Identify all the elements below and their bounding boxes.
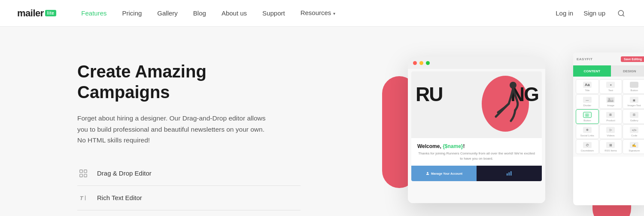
nav-link-about[interactable]: About us bbox=[214, 0, 255, 27]
editor-block-product[interactable]: ⊞ Product bbox=[599, 109, 623, 124]
image-text-block-label: Image+Text bbox=[628, 104, 641, 107]
email-browser-body: RU NG Welcome, {$name}! bbox=[408, 69, 545, 203]
button-block-icon bbox=[630, 82, 638, 88]
nav-link-pricing[interactable]: Pricing bbox=[114, 0, 149, 27]
brand-name: mailer bbox=[17, 8, 44, 19]
social-block-icon: ⊕ bbox=[583, 127, 592, 133]
countdown-block-icon: ⏱ bbox=[583, 142, 592, 148]
browser-mockup: RU NG Welcome, {$name}! bbox=[408, 57, 545, 203]
editor-block-rss[interactable]: ⊞ RSS Items bbox=[599, 139, 623, 154]
svg-rect-2 bbox=[80, 170, 82, 172]
svg-line-1 bbox=[623, 15, 624, 16]
email-footer-stats bbox=[477, 166, 542, 181]
signature-block-icon: ✍ bbox=[630, 142, 638, 148]
rss-block-label: RSS Items bbox=[605, 149, 617, 152]
editor-block-code[interactable]: </> Code bbox=[623, 124, 644, 139]
nav-link-resources[interactable]: Resources ▾ bbox=[293, 0, 343, 27]
rss-block-icon: ⊞ bbox=[606, 142, 615, 148]
text-block-label: Text bbox=[608, 89, 613, 92]
email-body-text: Thanks for joining Runners Community fro… bbox=[417, 151, 536, 161]
editor-block-social[interactable]: ⊕ Social Links bbox=[576, 124, 599, 139]
divider-block-label: Divider bbox=[583, 104, 591, 107]
email-name-placeholder: {$name} bbox=[443, 143, 463, 149]
editor-brand-label: EASYFIT bbox=[577, 57, 592, 61]
social-block-label: Social Links bbox=[580, 134, 594, 137]
nav-item-blog[interactable]: Blog bbox=[185, 0, 214, 27]
stats-icon bbox=[507, 171, 512, 176]
banner-text-ru: RU bbox=[416, 84, 442, 104]
account-icon bbox=[425, 171, 430, 176]
editor-save-button[interactable]: Save Editing bbox=[621, 56, 644, 62]
nav-item-resources[interactable]: Resources ▾ bbox=[293, 0, 343, 27]
email-preview: RU NG Welcome, {$name}! bbox=[411, 71, 542, 181]
editor-tab-design[interactable]: DESIGN bbox=[611, 65, 644, 77]
signature-block-label: Signature bbox=[629, 149, 640, 152]
nav-link-features[interactable]: Features bbox=[73, 0, 114, 27]
chevron-down-icon: ▾ bbox=[333, 11, 335, 16]
editor-block-countdown[interactable]: ⏱ Countdown bbox=[576, 139, 599, 154]
feature-list: Drag & Drop Editor T Rich Text Editor bbox=[77, 161, 301, 216]
countdown-block-label: Countdown bbox=[581, 149, 594, 152]
nav-item-about[interactable]: About us bbox=[214, 0, 255, 27]
rich-text-icon: T bbox=[77, 192, 89, 204]
nav-item-pricing[interactable]: Pricing bbox=[114, 0, 149, 27]
email-footer: Manage Your Account bbox=[411, 166, 542, 181]
gallery-block-label: Gallery bbox=[630, 119, 638, 122]
nav-item-gallery[interactable]: Gallery bbox=[149, 0, 185, 27]
editor-block-image[interactable]: Image bbox=[599, 94, 623, 109]
product-block-label: Product bbox=[606, 119, 615, 122]
window-minimize-dot bbox=[419, 61, 423, 65]
editor-block-title[interactable]: Aa Title bbox=[576, 79, 599, 94]
svg-rect-4 bbox=[80, 174, 82, 177]
search-button[interactable] bbox=[616, 8, 627, 19]
button-block-label: Button bbox=[630, 89, 638, 92]
code-block-icon: </> bbox=[630, 127, 638, 133]
hero-description: Forget about hiring a designer. Our Drag… bbox=[77, 113, 275, 146]
highlighted-block-icon: ▤ bbox=[583, 112, 592, 118]
feature-item-html: Custom HTML Editor bbox=[77, 210, 301, 216]
product-block-icon: ⊞ bbox=[606, 112, 615, 118]
hero-title: Create Amazing Campaigns bbox=[77, 61, 301, 102]
feature-item-rich-text: T Rich Text Editor bbox=[77, 186, 301, 210]
feature-label-drag-drop: Drag & Drop Editor bbox=[97, 170, 152, 177]
title-block-label: Title bbox=[585, 89, 589, 92]
editor-panel: EASYFIT Save Editing CONTENT DESIGN Aa T… bbox=[573, 52, 644, 205]
editor-block-signature[interactable]: ✍ Signature bbox=[623, 139, 644, 154]
editor-block-gallery[interactable]: ⊟ Gallery bbox=[623, 109, 644, 124]
browser-chrome bbox=[408, 57, 545, 69]
editor-block-divider[interactable]: — Divider bbox=[576, 94, 599, 109]
editor-block-text[interactable]: ≡ Text bbox=[599, 79, 623, 94]
nav-item-support[interactable]: Support bbox=[255, 0, 293, 27]
editor-block-image-text[interactable]: ▦ Image+Text bbox=[623, 94, 644, 109]
editor-block-highlighted[interactable]: ▤ Button bbox=[576, 109, 599, 124]
nav-link-gallery[interactable]: Gallery bbox=[149, 0, 185, 27]
navbar: mailer lite Features Pricing Gallery Blo… bbox=[0, 0, 644, 27]
login-link[interactable]: Log in bbox=[556, 9, 573, 17]
nav-link-blog[interactable]: Blog bbox=[185, 0, 214, 27]
feature-item-drag-drop: Drag & Drop Editor bbox=[77, 161, 301, 186]
signup-link[interactable]: Sign up bbox=[583, 9, 605, 17]
editor-tab-content[interactable]: CONTENT bbox=[573, 65, 611, 77]
editor-block-video[interactable]: ▷ Videos bbox=[599, 124, 623, 139]
email-welcome-text: Welcome, {$name}! bbox=[417, 143, 536, 149]
nav-link-support[interactable]: Support bbox=[255, 0, 293, 27]
highlighted-block-label: Button bbox=[583, 119, 591, 122]
email-banner: RU NG bbox=[411, 71, 542, 138]
brand-badge: lite bbox=[45, 10, 56, 16]
brand-logo[interactable]: mailer lite bbox=[17, 8, 56, 19]
text-block-icon: ≡ bbox=[606, 82, 615, 88]
svg-rect-13 bbox=[507, 173, 508, 176]
svg-rect-3 bbox=[84, 170, 87, 172]
svg-rect-15 bbox=[510, 171, 512, 176]
video-block-icon: ▷ bbox=[606, 127, 615, 133]
editor-block-button[interactable]: Button bbox=[623, 79, 644, 94]
image-block-label: Image bbox=[607, 104, 614, 107]
image-icon bbox=[608, 98, 614, 102]
svg-text:T: T bbox=[80, 194, 84, 201]
gallery-block-icon: ⊟ bbox=[630, 112, 638, 118]
editor-topbar: EASYFIT Save Editing bbox=[573, 52, 644, 65]
runner-icon bbox=[489, 80, 524, 127]
video-block-label: Videos bbox=[607, 134, 614, 137]
title-block-icon: Aa bbox=[583, 82, 592, 88]
nav-item-features[interactable]: Features bbox=[73, 0, 114, 27]
